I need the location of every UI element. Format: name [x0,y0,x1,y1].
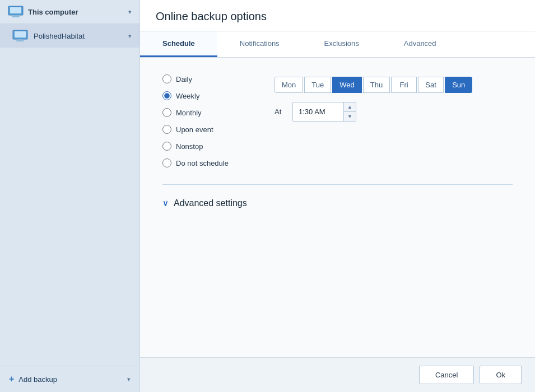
computer-item-chevron-icon: ▾ [128,32,132,40]
radio-nonstop-label: Nonstop [176,142,203,151]
schedule-radio-group: Daily Weekly Monthly Upon event Nonstop [162,74,241,167]
footer: Cancel Ok [140,357,535,392]
tab-schedule[interactable]: Schedule [140,31,217,57]
time-spin-down[interactable]: ▼ [344,112,356,121]
section-divider [162,184,513,185]
add-backup-label: Add backup [18,375,123,384]
day-fri[interactable]: Fri [391,77,417,93]
radio-weekly-label: Weekly [176,92,199,100]
radio-daily[interactable]: Daily [162,74,241,83]
radio-do-not-schedule-input[interactable] [162,158,171,167]
ok-button[interactable]: Ok [480,366,522,384]
radio-upon-event-label: Upon event [176,125,213,134]
add-backup-icon: + [9,374,14,384]
time-spinners: ▲ ▼ [343,102,356,121]
radio-upon-event-input[interactable] [162,125,171,134]
day-tue[interactable]: Tue [304,77,331,93]
days-selector: Mon Tue Wed Thu Fri Sat Sun [275,77,472,93]
this-computer-header[interactable]: This computer ▾ [0,0,139,24]
radio-nonstop-input[interactable] [162,142,171,151]
radio-daily-input[interactable] [162,74,171,83]
time-input[interactable] [293,105,343,119]
schedule-section: Daily Weekly Monthly Upon event Nonstop [162,74,513,167]
radio-monthly-label: Monthly [176,109,202,117]
day-wed[interactable]: Wed [332,77,362,93]
header-chevron-icon: ▾ [128,8,132,16]
radio-weekly-input[interactable] [162,91,171,100]
day-thu[interactable]: Thu [363,77,390,93]
tab-notifications[interactable]: Notifications [217,31,302,57]
svg-rect-5 [15,31,26,38]
cancel-button[interactable]: Cancel [419,366,474,384]
computer-item-label: PolishedHabitat [34,32,123,40]
day-sat[interactable]: Sat [418,77,444,93]
page-title-bar: Online backup options [140,0,535,31]
tab-advanced[interactable]: Advanced [382,31,459,57]
svg-rect-6 [18,39,22,40]
add-backup-footer[interactable]: + Add backup ▾ [0,366,139,392]
svg-rect-7 [16,40,24,41]
schedule-content: Daily Weekly Monthly Upon event Nonstop [140,58,535,357]
day-mon[interactable]: Mon [275,77,303,93]
main-content: Online backup options Schedule Notificat… [140,0,535,392]
radio-monthly[interactable]: Monthly [162,108,241,117]
radio-do-not-schedule-label: Do not schedule [176,159,229,167]
time-input-wrapper: ▲ ▼ [292,102,356,122]
radio-upon-event[interactable]: Upon event [162,125,241,134]
time-spin-up[interactable]: ▲ [344,102,356,111]
sidebar-spacer [0,48,139,366]
advanced-settings-row[interactable]: ∨ Advanced settings [162,198,513,208]
tab-exclusions[interactable]: Exclusions [302,31,382,57]
day-sun[interactable]: Sun [445,77,472,93]
at-label: At [275,108,286,116]
svg-rect-3 [12,16,20,17]
radio-daily-label: Daily [176,75,192,83]
this-computer-label: This computer [28,8,124,16]
radio-weekly[interactable]: Weekly [162,91,241,100]
svg-rect-1 [10,7,21,13]
radio-nonstop[interactable]: Nonstop [162,142,241,151]
time-row: At ▲ ▼ [275,102,472,122]
polished-habitat-item[interactable]: PolishedHabitat ▾ [0,24,139,48]
svg-rect-2 [13,15,18,16]
add-backup-chevron-icon: ▾ [127,376,131,383]
radio-do-not-schedule[interactable]: Do not schedule [162,158,241,167]
schedule-right: Mon Tue Wed Thu Fri Sat Sun At ▲ [275,74,472,167]
radio-monthly-input[interactable] [162,108,171,117]
computer-item-icon [12,30,28,42]
this-computer-icon [8,6,24,18]
advanced-settings-label: Advanced settings [174,198,247,208]
collapse-icon: ∨ [162,199,168,208]
tab-bar: Schedule Notifications Exclusions Advanc… [140,31,535,58]
page-title: Online backup options [156,10,519,23]
sidebar: This computer ▾ PolishedHabitat ▾ + Add … [0,0,140,392]
